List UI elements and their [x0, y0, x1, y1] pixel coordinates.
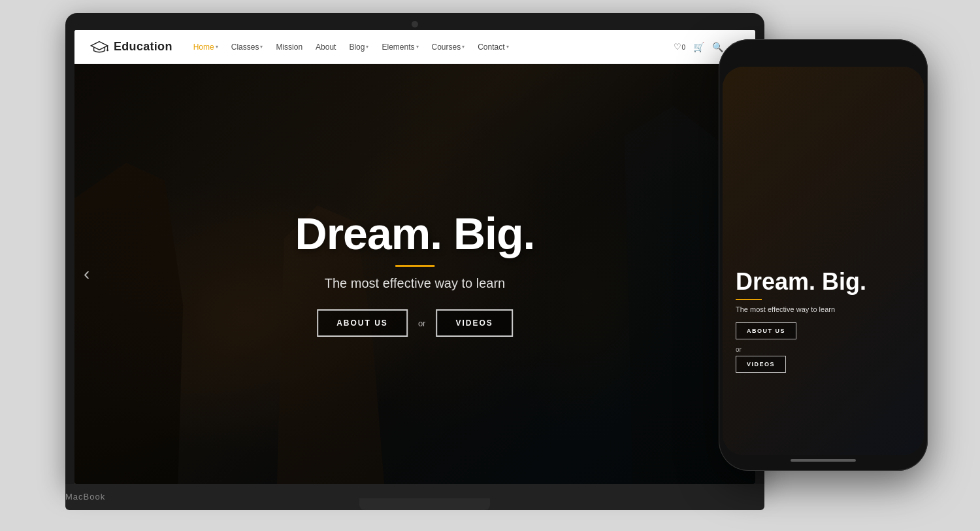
phone-hero-buttons: ABOUT US or VIDEOS	[736, 322, 911, 377]
hero-title: Dream. Big.	[142, 211, 687, 256]
hero-subtitle: The most effective way to learn	[142, 276, 687, 291]
laptop-body: Education Home ▾ Classes ▾ Mission	[65, 13, 764, 484]
wishlist-icon[interactable]: ♡0	[674, 42, 685, 52]
nav-item-elements[interactable]: Elements ▾	[376, 40, 423, 54]
phone-hero-content: Dream. Big. The most effective way to le…	[723, 270, 924, 377]
phone-home-bar	[791, 459, 856, 462]
site-logo[interactable]: Education	[90, 38, 172, 56]
hero-content: Dream. Big. The most effective way to le…	[142, 211, 687, 337]
site-navigation: Education Home ▾ Classes ▾ Mission	[74, 30, 755, 64]
chevron-down-icon: ▾	[462, 44, 465, 50]
chevron-down-icon: ▾	[506, 44, 509, 50]
phone-body: Dream. Big. The most effective way to le…	[719, 39, 928, 471]
nav-item-courses[interactable]: Courses ▾	[427, 40, 470, 54]
videos-button[interactable]: VIDEOS	[436, 309, 512, 337]
nav-links: Home ▾ Classes ▾ Mission About Blog	[188, 40, 674, 54]
svg-point-2	[106, 49, 108, 51]
phone-hero-title: Dream. Big.	[736, 270, 911, 294]
nav-item-mission[interactable]: Mission	[270, 40, 308, 54]
nav-item-home[interactable]: Home ▾	[188, 40, 223, 54]
nav-item-classes[interactable]: Classes ▾	[226, 40, 269, 54]
phone-device: Dream. Big. The most effective way to le…	[719, 39, 928, 471]
phone-videos-button[interactable]: VIDEOS	[736, 356, 786, 373]
hero-section: Dream. Big. The most effective way to le…	[74, 64, 755, 484]
phone-or-text: or	[736, 346, 911, 353]
cart-icon[interactable]: 🛒	[693, 42, 704, 52]
phone-screen: Dream. Big. The most effective way to le…	[723, 67, 924, 455]
phone-notch	[784, 48, 862, 63]
phone-hero-subtitle: The most effective way to learn	[736, 305, 911, 313]
laptop-stand	[359, 498, 490, 510]
nav-item-blog[interactable]: Blog ▾	[344, 40, 374, 54]
laptop-brand-label: MacBook	[65, 492, 105, 502]
chevron-down-icon: ▾	[416, 44, 419, 50]
phone-hero-divider	[736, 299, 762, 300]
phone-scene	[723, 67, 924, 455]
graduation-cap-icon	[90, 38, 108, 56]
nav-item-contact[interactable]: Contact ▾	[472, 40, 514, 54]
about-us-button[interactable]: ABOUT US	[317, 309, 408, 337]
site-brand-name: Education	[114, 40, 172, 54]
hero-divider	[395, 265, 434, 267]
laptop-screen: Education Home ▾ Classes ▾ Mission	[74, 30, 755, 484]
chevron-down-icon: ▾	[216, 44, 218, 50]
hero-buttons: ABOUT US or VIDEOS	[142, 309, 687, 337]
nav-item-about[interactable]: About	[310, 40, 341, 54]
hero-or-text: or	[418, 318, 426, 328]
prev-arrow-button[interactable]: ‹	[84, 264, 90, 284]
chevron-down-icon: ▾	[260, 44, 263, 50]
phone-about-us-button[interactable]: ABOUT US	[736, 322, 796, 339]
chevron-down-icon: ▾	[366, 44, 368, 50]
phone-notch-bar	[723, 48, 924, 67]
laptop-camera	[412, 21, 418, 27]
laptop-device: Education Home ▾ Classes ▾ Mission	[65, 13, 784, 510]
